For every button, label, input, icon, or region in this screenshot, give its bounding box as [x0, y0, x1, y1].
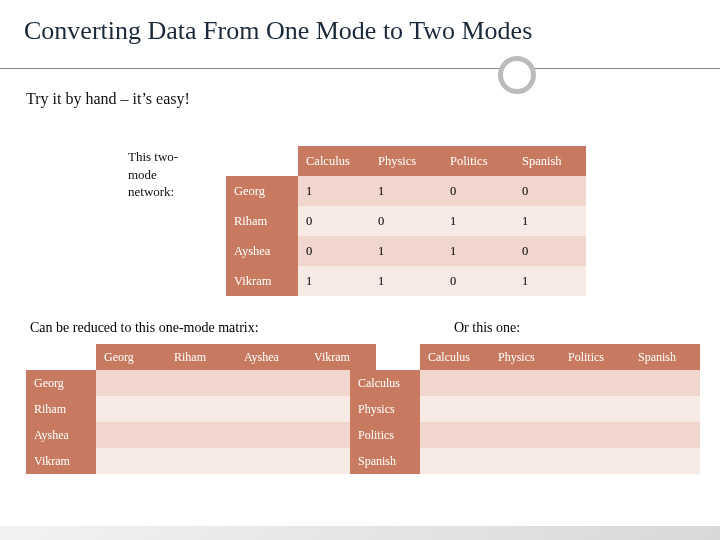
- cell: [560, 448, 630, 474]
- table-row: Ayshea: [26, 422, 376, 448]
- cell: [630, 448, 700, 474]
- divider-circle-icon: [498, 56, 536, 94]
- table-row: Vikram 1 1 0 1: [226, 266, 586, 296]
- table-row: Physics: [350, 396, 700, 422]
- cell: [420, 396, 490, 422]
- cell: 0: [370, 206, 442, 236]
- page-title: Converting Data From One Mode to Two Mod…: [0, 0, 720, 50]
- cell: 1: [442, 206, 514, 236]
- col-header: Ayshea: [236, 344, 306, 370]
- cell: 1: [370, 236, 442, 266]
- row-header: Riham: [226, 206, 298, 236]
- cell: [420, 422, 490, 448]
- row-header: Georg: [26, 370, 96, 396]
- two-mode-label: This two- mode network:: [128, 148, 218, 201]
- row-header: Vikram: [226, 266, 298, 296]
- two-mode-label-line: network:: [128, 183, 218, 201]
- title-divider: [0, 50, 720, 90]
- table-row: Georg 1 1 0 0: [226, 176, 586, 206]
- two-mode-label-line: mode: [128, 166, 218, 184]
- cell: [630, 422, 700, 448]
- subheading: Try it by hand – it’s easy!: [0, 90, 720, 118]
- cell: [630, 370, 700, 396]
- cell: 1: [298, 176, 370, 206]
- divider-line: [0, 68, 720, 69]
- row-header: Physics: [350, 396, 420, 422]
- table-header-row: Calculus Physics Politics Spanish: [350, 344, 700, 370]
- cell: [166, 448, 236, 474]
- cell: 0: [442, 176, 514, 206]
- two-mode-table: Calculus Physics Politics Spanish Georg …: [226, 146, 586, 296]
- cell: [96, 448, 166, 474]
- cell: [166, 370, 236, 396]
- col-header: Physics: [490, 344, 560, 370]
- cell: 1: [442, 236, 514, 266]
- cell: [490, 370, 560, 396]
- table-row: Riham: [26, 396, 376, 422]
- table-row: Calculus: [350, 370, 700, 396]
- col-header: Calculus: [298, 146, 370, 176]
- col-header: Georg: [96, 344, 166, 370]
- cell: 1: [298, 266, 370, 296]
- or-caption: Or this one:: [454, 320, 520, 336]
- cell: 1: [370, 176, 442, 206]
- cell: [560, 396, 630, 422]
- cell: [490, 396, 560, 422]
- cell: 1: [370, 266, 442, 296]
- row-header: Ayshea: [26, 422, 96, 448]
- row-header: Ayshea: [226, 236, 298, 266]
- col-header: Spanish: [514, 146, 586, 176]
- col-header: Spanish: [630, 344, 700, 370]
- col-header: Riham: [166, 344, 236, 370]
- cell: [236, 370, 306, 396]
- col-header: Calculus: [420, 344, 490, 370]
- corner-cell: [26, 344, 96, 370]
- one-mode-matrix-1: Georg Riham Ayshea Vikram Georg Riham Ay…: [26, 344, 376, 474]
- cell: 0: [298, 236, 370, 266]
- cell: [560, 422, 630, 448]
- table-row: Ayshea 0 1 1 0: [226, 236, 586, 266]
- cell: [96, 396, 166, 422]
- cell: 0: [514, 176, 586, 206]
- row-header: Riham: [26, 396, 96, 422]
- cell: [420, 448, 490, 474]
- cell: [96, 370, 166, 396]
- cell: 0: [514, 236, 586, 266]
- cell: 1: [514, 266, 586, 296]
- row-header: Georg: [226, 176, 298, 206]
- table-row: Georg: [26, 370, 376, 396]
- corner-cell: [226, 146, 298, 176]
- cell: [96, 422, 166, 448]
- cell: [490, 422, 560, 448]
- reduce-caption: Can be reduced to this one-mode matrix:: [30, 320, 259, 336]
- table-header-row: Calculus Physics Politics Spanish: [226, 146, 586, 176]
- cell: 0: [298, 206, 370, 236]
- cell: [420, 370, 490, 396]
- col-header: Politics: [442, 146, 514, 176]
- cell: 0: [442, 266, 514, 296]
- table-header-row: Georg Riham Ayshea Vikram: [26, 344, 376, 370]
- footer-bar: [0, 526, 720, 540]
- two-mode-label-line: This two-: [128, 148, 218, 166]
- cell: [236, 422, 306, 448]
- table-row: Riham 0 0 1 1: [226, 206, 586, 236]
- corner-cell: [350, 344, 420, 370]
- cell: [166, 396, 236, 422]
- col-header: Physics: [370, 146, 442, 176]
- cell: [490, 448, 560, 474]
- row-header: Calculus: [350, 370, 420, 396]
- table-row: Spanish: [350, 448, 700, 474]
- table-row: Vikram: [26, 448, 376, 474]
- cell: [560, 370, 630, 396]
- row-header: Vikram: [26, 448, 96, 474]
- col-header: Politics: [560, 344, 630, 370]
- row-header: Politics: [350, 422, 420, 448]
- one-mode-matrix-2: Calculus Physics Politics Spanish Calcul…: [350, 344, 700, 474]
- cell: 1: [514, 206, 586, 236]
- cell: [166, 422, 236, 448]
- row-header: Spanish: [350, 448, 420, 474]
- cell: [236, 396, 306, 422]
- table-row: Politics: [350, 422, 700, 448]
- cell: [236, 448, 306, 474]
- cell: [630, 396, 700, 422]
